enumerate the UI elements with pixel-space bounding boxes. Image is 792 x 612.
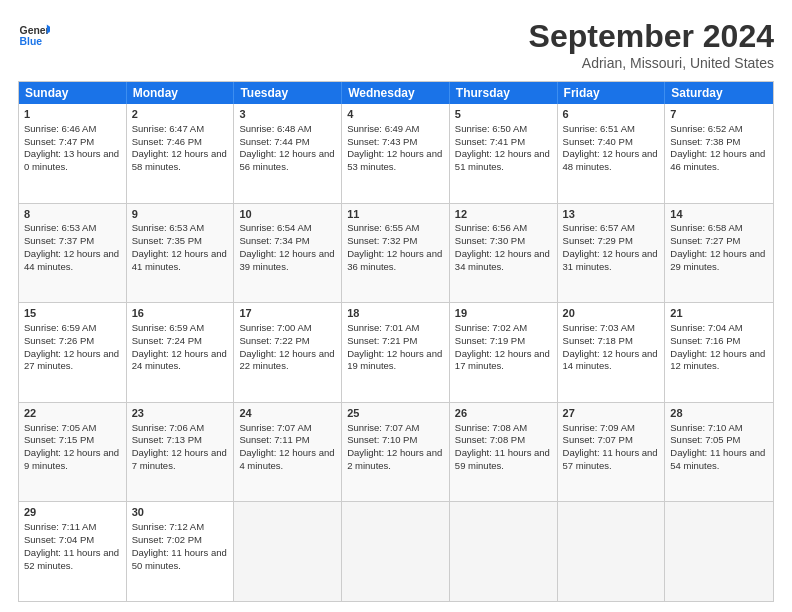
sunrise-text: Sunrise: 7:08 AM xyxy=(455,422,527,433)
daylight-text: Daylight: 12 hours and 19 minutes. xyxy=(347,348,442,372)
daylight-text: Daylight: 12 hours and 44 minutes. xyxy=(24,248,119,272)
sunrise-text: Sunrise: 6:51 AM xyxy=(563,123,635,134)
daylight-text: Daylight: 12 hours and 46 minutes. xyxy=(670,148,765,172)
sunset-text: Sunset: 7:35 PM xyxy=(132,235,202,246)
day-number: 7 xyxy=(670,107,768,122)
day-of-week-header: Friday xyxy=(558,82,666,104)
svg-text:General: General xyxy=(20,25,50,36)
calendar-week-row: 15Sunrise: 6:59 AMSunset: 7:26 PMDayligh… xyxy=(19,303,773,403)
calendar-day-cell: 8Sunrise: 6:53 AMSunset: 7:37 PMDaylight… xyxy=(19,204,127,303)
svg-text:Blue: Blue xyxy=(20,36,43,47)
logo-icon: General Blue xyxy=(18,18,50,50)
logo: General Blue xyxy=(18,18,50,50)
sunset-text: Sunset: 7:47 PM xyxy=(24,136,94,147)
day-number: 3 xyxy=(239,107,336,122)
daylight-text: Daylight: 12 hours and 51 minutes. xyxy=(455,148,550,172)
empty-cell xyxy=(558,502,666,601)
calendar-day-cell: 7Sunrise: 6:52 AMSunset: 7:38 PMDaylight… xyxy=(665,104,773,203)
daylight-text: Daylight: 12 hours and 2 minutes. xyxy=(347,447,442,471)
calendar: SundayMondayTuesdayWednesdayThursdayFrid… xyxy=(18,81,774,602)
day-number: 26 xyxy=(455,406,552,421)
day-number: 21 xyxy=(670,306,768,321)
sunset-text: Sunset: 7:30 PM xyxy=(455,235,525,246)
day-number: 4 xyxy=(347,107,444,122)
daylight-text: Daylight: 12 hours and 4 minutes. xyxy=(239,447,334,471)
sunrise-text: Sunrise: 7:09 AM xyxy=(563,422,635,433)
sunrise-text: Sunrise: 6:50 AM xyxy=(455,123,527,134)
calendar-day-cell: 28Sunrise: 7:10 AMSunset: 7:05 PMDayligh… xyxy=(665,403,773,502)
sunrise-text: Sunrise: 7:03 AM xyxy=(563,322,635,333)
day-number: 20 xyxy=(563,306,660,321)
sunrise-text: Sunrise: 6:53 AM xyxy=(132,222,204,233)
sunset-text: Sunset: 7:16 PM xyxy=(670,335,740,346)
calendar-week-row: 22Sunrise: 7:05 AMSunset: 7:15 PMDayligh… xyxy=(19,403,773,503)
sunset-text: Sunset: 7:37 PM xyxy=(24,235,94,246)
sunset-text: Sunset: 7:32 PM xyxy=(347,235,417,246)
header: General Blue September 2024 Adrian, Miss… xyxy=(18,18,774,71)
sunset-text: Sunset: 7:24 PM xyxy=(132,335,202,346)
sunrise-text: Sunrise: 7:05 AM xyxy=(24,422,96,433)
calendar-day-cell: 18Sunrise: 7:01 AMSunset: 7:21 PMDayligh… xyxy=(342,303,450,402)
sunrise-text: Sunrise: 6:48 AM xyxy=(239,123,311,134)
calendar-day-cell: 19Sunrise: 7:02 AMSunset: 7:19 PMDayligh… xyxy=(450,303,558,402)
sunrise-text: Sunrise: 6:49 AM xyxy=(347,123,419,134)
calendar-week-row: 29Sunrise: 7:11 AMSunset: 7:04 PMDayligh… xyxy=(19,502,773,601)
day-number: 14 xyxy=(670,207,768,222)
sunrise-text: Sunrise: 6:54 AM xyxy=(239,222,311,233)
sunset-text: Sunset: 7:27 PM xyxy=(670,235,740,246)
sunset-text: Sunset: 7:15 PM xyxy=(24,434,94,445)
daylight-text: Daylight: 12 hours and 27 minutes. xyxy=(24,348,119,372)
day-number: 28 xyxy=(670,406,768,421)
sunset-text: Sunset: 7:34 PM xyxy=(239,235,309,246)
calendar-day-cell: 25Sunrise: 7:07 AMSunset: 7:10 PMDayligh… xyxy=(342,403,450,502)
day-number: 27 xyxy=(563,406,660,421)
sunset-text: Sunset: 7:26 PM xyxy=(24,335,94,346)
calendar-day-cell: 3Sunrise: 6:48 AMSunset: 7:44 PMDaylight… xyxy=(234,104,342,203)
sunset-text: Sunset: 7:22 PM xyxy=(239,335,309,346)
calendar-day-cell: 4Sunrise: 6:49 AMSunset: 7:43 PMDaylight… xyxy=(342,104,450,203)
sunset-text: Sunset: 7:08 PM xyxy=(455,434,525,445)
sunrise-text: Sunrise: 7:07 AM xyxy=(239,422,311,433)
sunrise-text: Sunrise: 7:11 AM xyxy=(24,521,96,532)
calendar-day-cell: 22Sunrise: 7:05 AMSunset: 7:15 PMDayligh… xyxy=(19,403,127,502)
daylight-text: Daylight: 12 hours and 29 minutes. xyxy=(670,248,765,272)
calendar-body: 1Sunrise: 6:46 AMSunset: 7:47 PMDaylight… xyxy=(19,104,773,601)
day-number: 15 xyxy=(24,306,121,321)
month-title: September 2024 xyxy=(529,18,774,55)
day-number: 16 xyxy=(132,306,229,321)
day-of-week-header: Sunday xyxy=(19,82,127,104)
daylight-text: Daylight: 12 hours and 7 minutes. xyxy=(132,447,227,471)
sunset-text: Sunset: 7:41 PM xyxy=(455,136,525,147)
sunset-text: Sunset: 7:21 PM xyxy=(347,335,417,346)
title-block: September 2024 Adrian, Missouri, United … xyxy=(529,18,774,71)
sunset-text: Sunset: 7:05 PM xyxy=(670,434,740,445)
sunset-text: Sunset: 7:13 PM xyxy=(132,434,202,445)
daylight-text: Daylight: 12 hours and 58 minutes. xyxy=(132,148,227,172)
day-number: 6 xyxy=(563,107,660,122)
day-number: 9 xyxy=(132,207,229,222)
sunrise-text: Sunrise: 6:46 AM xyxy=(24,123,96,134)
daylight-text: Daylight: 12 hours and 41 minutes. xyxy=(132,248,227,272)
sunset-text: Sunset: 7:29 PM xyxy=(563,235,633,246)
daylight-text: Daylight: 12 hours and 39 minutes. xyxy=(239,248,334,272)
sunrise-text: Sunrise: 6:56 AM xyxy=(455,222,527,233)
calendar-day-cell: 21Sunrise: 7:04 AMSunset: 7:16 PMDayligh… xyxy=(665,303,773,402)
sunset-text: Sunset: 7:46 PM xyxy=(132,136,202,147)
empty-cell xyxy=(450,502,558,601)
daylight-text: Daylight: 12 hours and 9 minutes. xyxy=(24,447,119,471)
daylight-text: Daylight: 12 hours and 34 minutes. xyxy=(455,248,550,272)
sunrise-text: Sunrise: 6:57 AM xyxy=(563,222,635,233)
sunrise-text: Sunrise: 6:59 AM xyxy=(132,322,204,333)
day-of-week-header: Monday xyxy=(127,82,235,104)
day-number: 8 xyxy=(24,207,121,222)
day-number: 2 xyxy=(132,107,229,122)
sunrise-text: Sunrise: 6:47 AM xyxy=(132,123,204,134)
sunrise-text: Sunrise: 7:06 AM xyxy=(132,422,204,433)
sunset-text: Sunset: 7:44 PM xyxy=(239,136,309,147)
sunset-text: Sunset: 7:07 PM xyxy=(563,434,633,445)
day-number: 12 xyxy=(455,207,552,222)
day-of-week-header: Tuesday xyxy=(234,82,342,104)
sunset-text: Sunset: 7:40 PM xyxy=(563,136,633,147)
daylight-text: Daylight: 11 hours and 54 minutes. xyxy=(670,447,765,471)
day-of-week-header: Wednesday xyxy=(342,82,450,104)
